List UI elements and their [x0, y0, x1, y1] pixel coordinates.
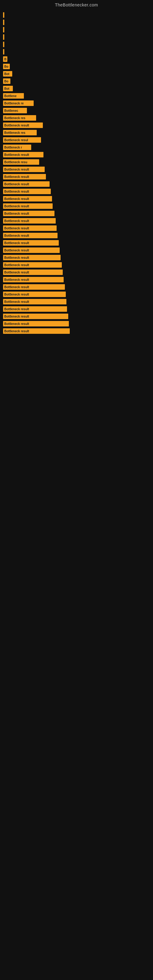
- bar: Bottleneck result: [3, 269, 63, 275]
- bar-row: Bottleneck res: [3, 129, 150, 136]
- bar: Bottleneck result: [3, 152, 43, 158]
- bar: Bottleneck result: [3, 167, 45, 172]
- bar-label: Bottleneck result: [4, 168, 29, 171]
- bar-row: Bottleneck result: [3, 203, 150, 210]
- bar-label: Bottleneck re: [4, 102, 24, 105]
- bar-row: Bottlenec: [3, 107, 150, 114]
- bar: Bottleneck result: [3, 291, 66, 297]
- bar: Bottleneck result: [3, 240, 59, 246]
- bar: Bottleneck result: [3, 123, 43, 128]
- bar: Bottleneck result: [3, 218, 56, 224]
- bar: Bo: [3, 64, 10, 69]
- bar-row: Bo: [3, 78, 150, 84]
- bar-row: Bot: [3, 70, 150, 77]
- bar: B: [3, 56, 7, 62]
- bar: [3, 49, 4, 54]
- bar: Bottlenec: [3, 108, 27, 113]
- bar-label: Bottleneck result: [4, 322, 29, 326]
- bar-row: [3, 26, 150, 33]
- bar-row: Bottleneck result: [3, 210, 150, 217]
- bar-label: Bottleneck result: [4, 175, 29, 178]
- bar-row: Bottleneck result: [3, 320, 150, 327]
- bar-row: Bottleneck re: [3, 100, 150, 107]
- bar-row: Bottleneck result: [3, 166, 150, 173]
- bar: Bottlene: [3, 93, 24, 99]
- bar-label: Bottleneck result: [4, 241, 29, 245]
- bar-label: Bottleneck result: [4, 219, 29, 223]
- bar-label: Bottleneck result: [4, 300, 29, 304]
- bar-row: [3, 12, 150, 18]
- bar-label: Bottleneck result: [4, 153, 29, 156]
- bar: Bot: [3, 71, 12, 76]
- bar: [3, 41, 4, 47]
- bar-label: Bottleneck result: [4, 249, 29, 252]
- bar: Bottleneck result: [3, 321, 69, 326]
- bar-label: Bottleneck result: [4, 263, 29, 267]
- bar-label: Bottleneck result: [4, 278, 29, 282]
- bar-label: B: [4, 57, 6, 61]
- bar-label: Bottleneck result: [4, 190, 29, 193]
- bar-row: [3, 19, 150, 26]
- bar-row: Bottleneck result: [3, 261, 150, 268]
- bar-row: Bo: [3, 63, 150, 70]
- bar-row: Bottleneck result: [3, 291, 150, 298]
- bars-container: BBoBotBoBotBottleneBottleneck reBottlene…: [0, 9, 153, 338]
- bar: Bottleneck result: [3, 247, 60, 253]
- bar: Bottleneck result: [3, 313, 68, 319]
- bar-label: Bottleneck result: [4, 285, 29, 289]
- bar-label: Bottlenec: [4, 109, 18, 112]
- bar: Bot: [3, 86, 13, 91]
- bar-row: Bottleneck result: [3, 298, 150, 305]
- bar: Bottleneck resul: [3, 137, 41, 143]
- bar-row: B: [3, 56, 150, 62]
- bar: Bottleneck result: [3, 277, 64, 282]
- bar: Bottleneck res: [3, 130, 37, 135]
- bar: Bottleneck result: [3, 196, 52, 202]
- bar-row: Bottleneck result: [3, 276, 150, 283]
- bar: Bottleneck re: [3, 100, 33, 106]
- bar-row: Bottleneck result: [3, 240, 150, 246]
- bar-label: Bo: [4, 65, 8, 68]
- bar-row: Bottleneck result: [3, 232, 150, 239]
- bar-row: Bottleneck result: [3, 151, 150, 158]
- bar-label: Bottleneck result: [4, 315, 29, 318]
- bar-row: Bottleneck result: [3, 305, 150, 312]
- bar-label: Bot: [4, 87, 10, 90]
- bar-row: [3, 41, 150, 48]
- bar: Bottleneck result: [3, 328, 70, 334]
- bar: Bottleneck r: [3, 145, 31, 150]
- bar-label: Bottleneck result: [4, 197, 29, 200]
- bar-label: Bottleneck result: [4, 183, 29, 186]
- bar-label: Bottleneck result: [4, 205, 29, 208]
- bar: Bottleneck result: [3, 211, 54, 216]
- bar-row: Bottleneck result: [3, 188, 150, 195]
- bar: [3, 34, 4, 40]
- bar-row: Bottleneck result: [3, 247, 150, 254]
- bar-label: Bottleneck result: [4, 329, 29, 333]
- bar: Bottleneck result: [3, 204, 53, 209]
- bar-row: Bottleneck result: [3, 196, 150, 202]
- bar: Bottleneck res: [3, 115, 36, 121]
- site-title: TheBottlenecker.com: [0, 0, 153, 9]
- bar-row: Bottleneck result: [3, 313, 150, 320]
- bar-label: Bot: [4, 72, 10, 76]
- bar-row: Bottleneck result: [3, 225, 150, 232]
- bar: Bottleneck result: [3, 255, 61, 260]
- bar: Bottleneck result: [3, 225, 57, 231]
- bar: Bottleneck result: [3, 189, 51, 194]
- bar-label: Bottleneck result: [4, 271, 29, 274]
- bar-row: Bottleneck result: [3, 181, 150, 188]
- bar-label: Bottleneck res: [4, 116, 26, 120]
- bar-label: Bottleneck resul: [4, 138, 28, 142]
- bar-label: Bottleneck result: [4, 307, 29, 311]
- bar: Bottleneck result: [3, 284, 65, 290]
- bar: Bottleneck result: [3, 306, 67, 312]
- bar-row: Bottleneck resul: [3, 137, 150, 143]
- bar-label: Bottleneck resu: [4, 161, 27, 164]
- bar-row: Bottleneck res: [3, 115, 150, 121]
- bar-row: Bottleneck r: [3, 144, 150, 151]
- bar-row: Bottleneck result: [3, 173, 150, 180]
- bar-label: Bottleneck result: [4, 227, 29, 230]
- bar-label: Bottleneck res: [4, 131, 26, 134]
- bar: Bottleneck resu: [3, 159, 39, 165]
